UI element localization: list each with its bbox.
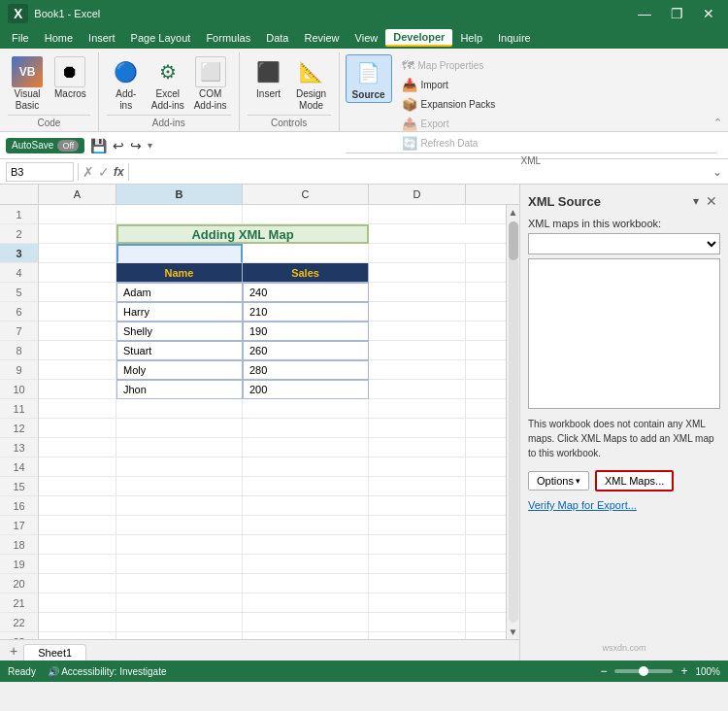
cell-c6[interactable]: 210 (243, 302, 369, 322)
menu-help[interactable]: Help (452, 30, 490, 46)
zoom-in-button[interactable]: + (680, 664, 687, 678)
cell-d10[interactable] (369, 380, 466, 399)
cell-d7[interactable] (369, 322, 466, 341)
menu-page-layout[interactable]: Page Layout (123, 30, 199, 46)
insert-button[interactable]: ⬛ Insert (248, 54, 290, 101)
export-button[interactable]: 📤 Export (396, 115, 502, 133)
cell-a2[interactable] (39, 224, 116, 244)
controls-group-label: Controls (248, 115, 331, 131)
cell-b6[interactable]: Harry (116, 302, 243, 322)
cell-c9[interactable]: 280 (243, 360, 369, 380)
menu-review[interactable]: Review (296, 30, 347, 46)
cell-d1[interactable] (369, 205, 466, 224)
xml-maps-dropdown[interactable] (528, 233, 720, 254)
menu-view[interactable]: View (347, 30, 386, 46)
cell-d5[interactable] (369, 283, 466, 302)
cell-b9[interactable]: Moly (116, 360, 243, 380)
confirm-formula-icon[interactable]: ✓ (98, 164, 110, 180)
excel-add-ins-button[interactable]: ⚙ ExcelAdd-ins (148, 54, 188, 114)
import-button[interactable]: 📥 Import (396, 76, 502, 94)
design-mode-button[interactable]: 📐 DesignMode (292, 54, 331, 114)
undo-button[interactable]: ↩ (113, 138, 124, 153)
cell-c1[interactable] (243, 205, 369, 224)
cell-a3[interactable] (39, 244, 116, 263)
close-button[interactable]: ✕ (697, 6, 720, 21)
xml-maps-button[interactable]: XML Maps... (595, 470, 674, 491)
cell-d4[interactable] (369, 263, 466, 283)
col-header-b[interactable]: B (116, 185, 243, 204)
xml-source-panel: XML Source ▾ ✕ XML maps in this workbook… (519, 185, 728, 660)
add-ins-label: Add-ins (116, 88, 136, 112)
cell-c5[interactable]: 240 (243, 283, 369, 302)
menu-file[interactable]: File (4, 30, 37, 46)
cell-b10[interactable]: Jhon (116, 380, 243, 399)
redo-button[interactable]: ↪ (130, 138, 142, 153)
accessibility-info[interactable]: 🔊 Accessibility: Investigate (48, 666, 167, 677)
menu-home[interactable]: Home (37, 30, 81, 46)
cell-c3[interactable] (243, 244, 369, 263)
menu-insert[interactable]: Insert (81, 30, 123, 46)
cell-d8[interactable] (369, 341, 466, 360)
cell-a1[interactable] (39, 205, 116, 224)
cell-b8[interactable]: Stuart (116, 341, 243, 360)
refresh-data-button[interactable]: 🔄 Refresh Data (396, 134, 502, 152)
add-ins-button[interactable]: 🔵 Add-ins (107, 54, 146, 114)
visual-basic-button[interactable]: VB VisualBasic (8, 54, 47, 114)
menu-developer[interactable]: Developer (385, 29, 452, 47)
cell-b1[interactable] (116, 205, 243, 224)
menu-inquire[interactable]: Inquire (490, 30, 539, 46)
export-label: Export (421, 118, 449, 129)
cell-b5[interactable]: Adam (116, 283, 243, 302)
name-box[interactable]: B3 (6, 162, 74, 182)
cell-b2-merged[interactable]: Adding XML Map (116, 224, 369, 244)
zoom-out-button[interactable]: − (600, 664, 607, 678)
verify-map-link[interactable]: Verify Map for Export... (528, 499, 720, 511)
save-button[interactable]: 💾 (90, 138, 107, 153)
cell-d6[interactable] (369, 302, 466, 322)
expansion-packs-button[interactable]: 📦 Expansion Packs (396, 95, 502, 114)
menu-formulas[interactable]: Formulas (198, 30, 258, 46)
map-properties-icon: 🗺 (402, 58, 414, 73)
xml-panel-close-button[interactable]: ✕ (703, 192, 720, 210)
xml-panel-dropdown-arrow[interactable]: ▾ (693, 194, 699, 208)
cell-d3[interactable] (369, 244, 466, 263)
insert-function-icon[interactable]: fx (114, 165, 124, 179)
cell-d9[interactable] (369, 360, 466, 380)
vertical-scrollbar[interactable]: ▲ ▼ (506, 205, 519, 639)
add-sheet-button[interactable]: + (4, 641, 23, 660)
cell-c10[interactable]: 200 (243, 380, 369, 399)
cell-c4-header[interactable]: Sales (243, 263, 369, 283)
xml-options-button[interactable]: Options ▾ (528, 471, 589, 491)
cell-a4[interactable] (39, 263, 116, 283)
map-properties-button[interactable]: 🗺 Map Properties (396, 56, 502, 75)
zoom-slider[interactable] (614, 669, 673, 673)
sheet-tab-sheet1[interactable]: Sheet1 (23, 644, 86, 660)
cell-c8[interactable]: 260 (243, 341, 369, 360)
watermark: wsxdn.com (528, 633, 720, 653)
col-header-d: D (369, 185, 466, 204)
source-button[interactable]: 📄 Source (346, 54, 392, 103)
minimize-button[interactable]: — (632, 6, 657, 21)
cell-a6[interactable] (39, 302, 116, 322)
cell-c7[interactable]: 190 (243, 322, 369, 341)
cell-a7[interactable] (39, 322, 116, 341)
restore-button[interactable]: ❐ (665, 6, 689, 21)
cell-b3[interactable] (116, 244, 243, 263)
scroll-up-arrow[interactable]: ▲ (507, 205, 519, 220)
cancel-formula-icon[interactable]: ✗ (83, 164, 94, 180)
cell-a10[interactable] (39, 380, 116, 399)
cell-b4-header[interactable]: Name (116, 263, 243, 283)
scroll-down-arrow[interactable]: ▼ (507, 625, 519, 639)
ribbon-collapse-button[interactable]: ⌃ (711, 115, 724, 131)
cell-a5[interactable] (39, 283, 116, 302)
column-headers: A B C D (0, 185, 519, 205)
autosave-toggle[interactable]: Off (57, 140, 79, 152)
cell-a8[interactable] (39, 341, 116, 360)
menu-data[interactable]: Data (258, 30, 296, 46)
customize-quick-access[interactable]: ▾ (148, 140, 152, 151)
options-dropdown-icon: ▾ (576, 476, 580, 486)
com-add-ins-button[interactable]: ⬜ COMAdd-ins (190, 54, 231, 114)
macros-button[interactable]: ⏺ Macros (50, 54, 90, 101)
cell-a9[interactable] (39, 360, 116, 380)
cell-b7[interactable]: Shelly (116, 322, 243, 341)
